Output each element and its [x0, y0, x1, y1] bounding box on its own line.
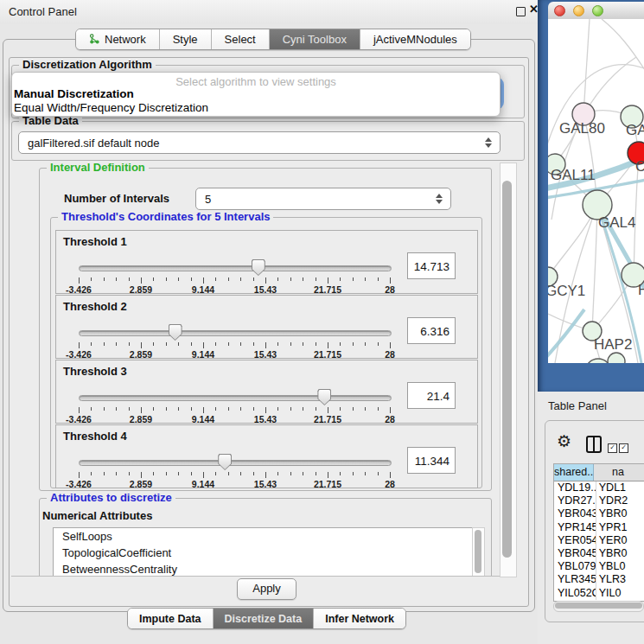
attributes-group-title: Attributes to discretize [47, 491, 175, 504]
settings-vertical-scrollbar[interactable] [500, 163, 517, 577]
slider-thumb[interactable] [252, 259, 265, 276]
algorithm-dropdown-popup: Select algorithm to view settings Manual… [11, 72, 501, 117]
attribute-list-item[interactable]: TopologicalCoefficient [54, 545, 472, 561]
slider-thumb[interactable] [218, 454, 232, 470]
table-row[interactable]: YER054CYER0 [554, 534, 644, 547]
threshold-value-field[interactable]: 14.713 [407, 252, 456, 279]
close-traffic-light-icon[interactable] [554, 5, 565, 16]
slider-thumb[interactable] [317, 389, 331, 405]
column-visibility-icons[interactable]: ✓✓ [608, 437, 630, 453]
table-row[interactable]: YPR145WYPR1 [554, 521, 644, 534]
table-row[interactable]: YIL052CYIL0 [554, 587, 644, 600]
attribute-list-item[interactable]: SelfLoops [54, 528, 472, 545]
attribute-list-item[interactable]: BetweennessCentrality [54, 561, 472, 577]
table-row[interactable]: YDL19...YDL1 [554, 481, 644, 494]
network-view-window: GAL80GACGAL11GAL4GCY1HHAP2 [548, 2, 644, 363]
axis-tick-label: -3.426 [66, 349, 92, 360]
tab-impute-data[interactable]: Impute Data [128, 609, 214, 628]
apply-button[interactable]: Apply [237, 578, 296, 600]
table-cell: YER054C [554, 534, 596, 547]
node-label: H [638, 282, 644, 298]
network-canvas[interactable]: GAL80GACGAL11GAL4GCY1HHAP2 [548, 19, 644, 363]
table-row[interactable]: YBR043CYBR0 [554, 507, 644, 520]
slider-track[interactable] [79, 330, 392, 336]
threshold-value-field[interactable]: 6.316 [407, 317, 456, 344]
minimize-traffic-light-icon[interactable] [573, 5, 584, 16]
discretization-algorithm-group-title: Discretization Algorithm [19, 58, 156, 71]
tab-network[interactable]: Network [76, 29, 160, 49]
threshold-row-1: Threshold 1-3.4262.8599.14415.4321.71528… [55, 230, 478, 294]
app-window: Control Panel ✕ NetworkStyleSelectCyni T… [0, 0, 644, 644]
tab-jactivemnodules[interactable]: jActiveMNodules [360, 29, 470, 49]
table-cell: YPR1 [596, 521, 644, 534]
axis-tick-label: 28 [385, 479, 395, 489]
axis-tick-label: 28 [385, 349, 395, 360]
threshold-value-field[interactable]: 21.4 [407, 382, 456, 409]
axis-tick-label: 2.859 [130, 414, 152, 424]
table-cell: YBR0 [596, 547, 644, 560]
dropdown-item-2[interactable]: Equal Width/Frequency Discretization [14, 101, 498, 115]
network-edge[interactable] [592, 205, 597, 331]
tab-select[interactable]: Select [212, 29, 270, 49]
table-row[interactable]: YLR345WYLR3 [554, 573, 644, 586]
slider-thumb[interactable] [169, 324, 182, 341]
threshold-label: Threshold 2 [63, 300, 127, 313]
table-row[interactable]: YDR27...YDR2 [554, 494, 644, 507]
attributes-list-scrollbar[interactable] [472, 527, 485, 577]
axis-tick-label: 2.859 [130, 479, 152, 489]
threshold-label: Threshold 3 [63, 365, 127, 378]
table-cell: YDR2 [596, 494, 644, 507]
tab-label: Style [173, 33, 198, 46]
algorithm-dropdown-hint: Select algorithm to view settings [12, 75, 500, 88]
cyni-mode-tabs: Impute DataDiscretize DataInfer Network [127, 608, 406, 629]
tab-label: Impute Data [139, 613, 201, 625]
table-cell: YDR27... [554, 494, 596, 507]
numerical-attributes-list[interactable]: SelfLoopsTopologicalCoefficientBetweenne… [53, 527, 473, 577]
table-cell: YER0 [596, 534, 644, 547]
axis-tick-label: 21.715 [314, 479, 341, 489]
threshold-row-2: Threshold 2-3.4262.8599.14415.4321.71528… [55, 295, 478, 359]
zoom-traffic-light-icon[interactable] [592, 5, 603, 16]
axis-tick-label: 9.144 [192, 284, 214, 295]
dropdown-item-1[interactable]: Manual Discretization [14, 87, 498, 101]
table-column-header[interactable]: shared... [554, 464, 594, 481]
table-cell: YBL079W [554, 560, 596, 573]
number-of-intervals-combobox[interactable]: 5 [195, 188, 451, 210]
combobox-stepper-icon [485, 137, 492, 148]
tab-discretize-data[interactable]: Discretize Data [214, 609, 315, 628]
network-window-titlebar[interactable] [548, 2, 644, 20]
network-node[interactable] [608, 353, 625, 363]
axis-tick-label: -3.426 [66, 479, 92, 489]
slider-track[interactable] [79, 460, 392, 466]
table-cell: YIL0 [596, 587, 644, 600]
table-data-combobox[interactable]: galFiltered.sif default node [18, 131, 501, 154]
interval-definition-group: Interval Definition Number of Intervals … [39, 168, 492, 491]
threshold-value-field[interactable]: 11.344 [407, 447, 456, 474]
tab-infer-network[interactable]: Infer Network [314, 609, 405, 628]
network-edge[interactable] [583, 19, 590, 114]
axis-tick-label: 21.715 [314, 284, 341, 295]
split-columns-icon[interactable] [586, 436, 602, 453]
tab-cyni-toolbox[interactable]: Cyni Toolbox [270, 29, 360, 49]
gear-icon[interactable]: ⚙ [557, 433, 571, 450]
table-row[interactable]: YBR045CYBR0 [554, 547, 644, 560]
threshold-coordinates-group-title: Threshold's Coordinates for 5 Intervals [58, 210, 273, 223]
number-of-intervals-label: Number of Intervals [64, 192, 169, 205]
slider-track[interactable] [79, 395, 392, 401]
table-cell: YLR345W [554, 573, 596, 586]
axis-tick-label: 9.144 [192, 349, 214, 360]
node-label: GCY1 [548, 283, 585, 299]
table-row[interactable]: YBL079WYBL0 [554, 560, 644, 573]
table-horizontal-scrollbar[interactable] [553, 601, 644, 612]
node-table[interactable]: shared...na YDL19...YDL1YDR27...YDR2YBR0… [553, 463, 644, 602]
threshold-row-4: Threshold 4-3.4262.8599.14415.4321.71528… [55, 424, 478, 488]
table-panel-title: Table Panel [548, 399, 607, 412]
table-column-header[interactable]: na [594, 464, 644, 481]
float-window-icon[interactable] [516, 7, 526, 16]
axis-tick-label: 9.144 [192, 414, 214, 424]
network-icon [89, 34, 100, 45]
slider-track[interactable] [79, 265, 392, 271]
axis-tick-label: 2.859 [130, 284, 152, 295]
tab-style[interactable]: Style [160, 29, 212, 49]
node-label: C [635, 158, 644, 175]
